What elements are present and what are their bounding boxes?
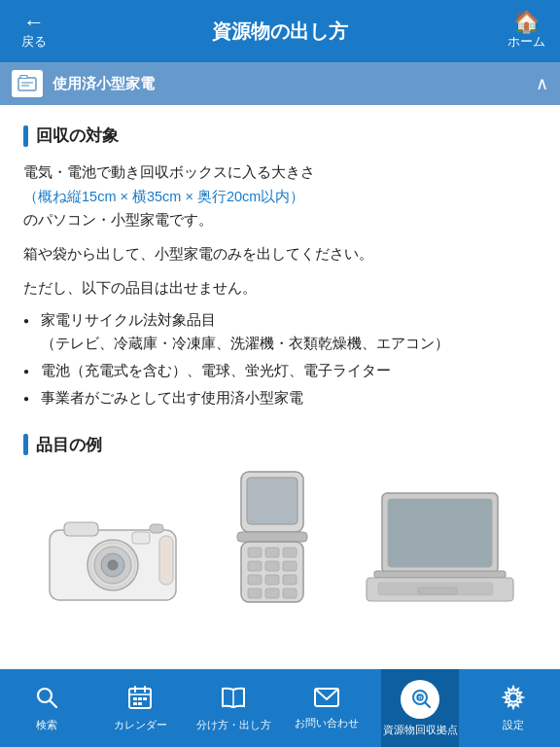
list-item: 家電リサイクル法対象品目（テレビ、冷蔵庫・冷凍庫、洗濯機・衣類乾燥機、エアコン） (23, 309, 537, 356)
svg-point-9 (108, 560, 118, 570)
section-items-example: 品目の例 (23, 434, 537, 606)
svg-rect-47 (133, 702, 137, 705)
svg-rect-29 (283, 588, 297, 598)
calendar-icon (127, 685, 153, 714)
back-button[interactable]: ← 戻る (0, 0, 68, 62)
svg-rect-32 (374, 571, 506, 578)
nav-item-search[interactable]: 検索 (8, 669, 86, 747)
svg-rect-27 (248, 588, 262, 598)
section-icon (12, 70, 43, 97)
svg-text:R: R (417, 694, 422, 701)
svg-rect-31 (388, 499, 492, 567)
section-chevron-icon: ∧ (536, 73, 548, 94)
home-button[interactable]: 🏠 ホーム (492, 0, 560, 62)
svg-rect-21 (248, 561, 262, 571)
svg-rect-26 (283, 575, 297, 585)
svg-rect-19 (265, 548, 279, 557)
svg-rect-1 (20, 76, 27, 79)
back-label: 戻る (21, 33, 47, 51)
svg-rect-35 (418, 587, 457, 594)
header: ← 戻る 資源物の出し方 🏠 ホーム (0, 0, 560, 62)
mail-icon (313, 687, 340, 712)
svg-rect-44 (133, 697, 137, 700)
section1-line1: 電気・電池で動き回収ボックスに入る大きさ （概ね縦15cm × 横35cm × … (23, 160, 537, 232)
svg-rect-10 (132, 532, 150, 544)
nav-item-guide[interactable]: 分け方・出し方 (194, 669, 272, 747)
svg-line-39 (51, 700, 57, 707)
svg-rect-16 (237, 532, 307, 542)
list-item: 電池（充電式を含む）、電球、蛍光灯、電子ライター (23, 360, 537, 383)
svg-rect-24 (248, 575, 262, 585)
back-arrow-icon: ← (23, 12, 45, 33)
svg-rect-25 (265, 575, 279, 585)
nav-item-calendar[interactable]: カレンダー (101, 669, 179, 747)
list-item: 事業者がごみとして出す使用済小型家電 (23, 387, 537, 410)
book-icon (220, 685, 247, 714)
page-title: 資源物の出し方 (68, 18, 492, 45)
svg-rect-46 (143, 697, 147, 700)
svg-rect-0 (18, 78, 36, 90)
section1-heading: 回収の対象 (36, 124, 119, 147)
home-icon: 🏠 (513, 12, 540, 33)
bottom-nav: 検索 カレンダー 分け方・出し方 (0, 669, 560, 747)
svg-rect-45 (138, 697, 142, 700)
svg-rect-12 (159, 536, 173, 585)
section-bar-left: 使用済小型家電 (12, 70, 155, 97)
svg-line-53 (425, 702, 430, 707)
section1-heading-row: 回収の対象 (23, 124, 537, 147)
nav-item-recycle[interactable]: R 資源物回収拠点 (381, 669, 459, 747)
blue-bar-icon (23, 125, 28, 147)
section-label: 使用済小型家電 (52, 75, 155, 93)
nav-label-settings: 設定 (503, 718, 524, 732)
svg-rect-28 (265, 588, 279, 598)
home-label: ホーム (508, 33, 545, 51)
section2-heading-row: 品目の例 (23, 434, 537, 456)
laptop-image (365, 489, 515, 606)
svg-rect-20 (283, 548, 297, 557)
camera-image (45, 509, 181, 606)
search-icon (34, 685, 59, 714)
svg-rect-22 (265, 561, 279, 571)
gear-icon (501, 685, 526, 714)
blue-bar2-icon (23, 434, 28, 455)
section1-line5: ただし、以下の品目は出せません。 (23, 276, 537, 301)
nav-item-settings[interactable]: 設定 (474, 669, 552, 747)
nav-label-recycle: 資源物回収拠点 (383, 723, 458, 737)
section-collection-target: 回収の対象 電気・電池で動き回収ボックスに入る大きさ （概ね縦15cm × 横3… (23, 124, 537, 410)
svg-point-55 (509, 693, 518, 701)
main-content: 回収の対象 電気・電池で動き回収ボックスに入る大きさ （概ね縦15cm × 横3… (0, 105, 560, 669)
svg-rect-5 (64, 522, 98, 536)
nav-item-contact[interactable]: お問い合わせ (288, 669, 366, 747)
section-bar[interactable]: 使用済小型家電 ∧ (0, 62, 560, 105)
section2-heading: 品目の例 (36, 434, 102, 456)
bullet-list: 家電リサイクル法対象品目（テレビ、冷蔵庫・冷凍庫、洗濯機・衣類乾燥機、エアコン）… (23, 309, 537, 410)
svg-rect-18 (248, 548, 262, 557)
nav-label-contact: お問い合わせ (295, 716, 359, 730)
svg-rect-11 (150, 524, 163, 533)
nav-label-guide: 分け方・出し方 (196, 718, 271, 732)
phone-image (233, 470, 311, 606)
device-images-row (23, 470, 537, 606)
recycle-icon-wrap: R (401, 680, 439, 719)
nav-label-search: 検索 (36, 718, 57, 732)
svg-rect-23 (283, 561, 297, 571)
section1-line2-blue: （概ね縦15cm × 横35cm × 奥行20cm以内） (23, 189, 304, 204)
nav-label-calendar: カレンダー (114, 718, 167, 732)
svg-rect-48 (138, 702, 142, 705)
section1-line4: 箱や袋から出して、小型家電のみを出してください。 (23, 242, 537, 267)
svg-rect-15 (247, 478, 298, 524)
